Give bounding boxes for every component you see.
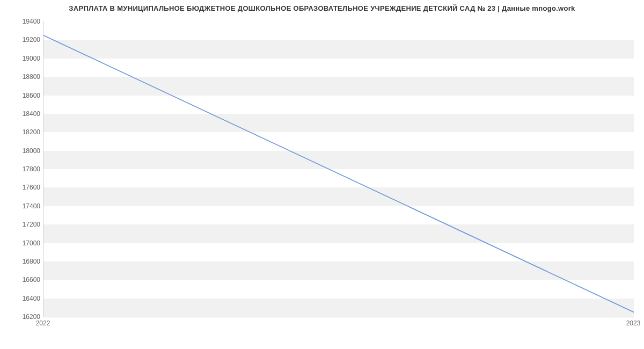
y-tick-label: 16600: [14, 276, 40, 283]
plot-area: [43, 21, 634, 317]
y-tick-label: 18800: [14, 73, 40, 81]
y-tick-label: 17200: [14, 221, 40, 228]
y-tick-label: 18600: [14, 92, 40, 99]
y-tick-label: 16800: [14, 258, 40, 265]
x-tick-label: 2023: [626, 319, 641, 327]
y-tick-label: 18400: [14, 110, 40, 118]
y-tick-label: 19000: [14, 55, 40, 62]
y-tick-label: 16400: [14, 295, 40, 302]
y-tick-label: 19400: [14, 18, 40, 25]
y-tick-label: 18200: [14, 128, 40, 136]
y-tick-label: 17800: [14, 165, 40, 173]
salary-line-chart: ЗАРПЛАТА В МУНИЦИПАЛЬНОЕ БЮДЖЕТНОЕ ДОШКО…: [0, 0, 644, 349]
y-tick-label: 17000: [14, 239, 40, 247]
x-tick-label: 2022: [36, 319, 50, 327]
y-tick-label: 17400: [14, 202, 40, 210]
y-tick-label: 18000: [14, 147, 40, 155]
y-tick-label: 17600: [14, 184, 40, 191]
line-layer: [43, 21, 634, 317]
y-tick-label: 19200: [14, 36, 40, 43]
chart-title: ЗАРПЛАТА В МУНИЦИПАЛЬНОЕ БЮДЖЕТНОЕ ДОШКО…: [0, 4, 644, 12]
series-line: [43, 35, 634, 312]
